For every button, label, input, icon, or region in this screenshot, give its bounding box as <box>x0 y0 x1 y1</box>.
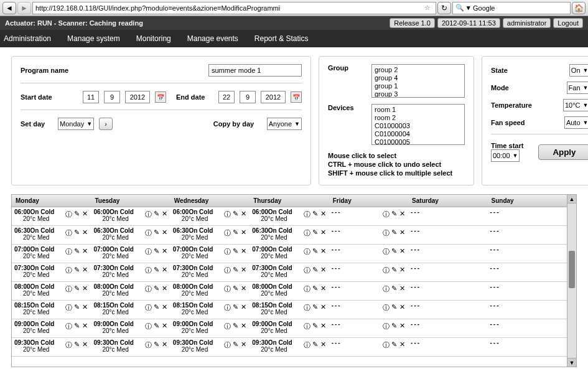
delete-icon[interactable]: ✕ <box>161 322 168 331</box>
edit-icon[interactable]: ✎ <box>232 266 239 275</box>
calendar-icon[interactable]: 📅 <box>155 91 166 103</box>
edit-icon[interactable]: ✎ <box>153 322 160 331</box>
delete-icon[interactable]: ✕ <box>161 266 168 275</box>
delete-icon[interactable]: ✕ <box>320 266 327 275</box>
set-day-select[interactable]: Monday▼ <box>58 118 94 130</box>
list-item[interactable]: group 4 <box>373 74 463 82</box>
edit-icon[interactable]: ✎ <box>391 228 398 238</box>
delete-icon[interactable]: ✕ <box>320 322 327 331</box>
schedule-scrollbar[interactable]: ▲ ▼ <box>567 195 576 367</box>
list-item[interactable]: room 1 <box>373 106 463 114</box>
state-select[interactable]: On▼ <box>569 64 588 77</box>
list-item[interactable]: group 1 <box>373 82 463 90</box>
info-icon[interactable]: ⓘ <box>145 322 152 331</box>
delete-icon[interactable]: ✕ <box>240 284 247 294</box>
edit-icon[interactable]: ✎ <box>232 210 239 219</box>
info-icon[interactable]: ⓘ <box>304 340 310 350</box>
fan-speed-select[interactable]: Auto▼ <box>564 116 588 129</box>
info-icon[interactable]: ⓘ <box>224 247 231 256</box>
delete-icon[interactable]: ✕ <box>161 340 168 350</box>
delete-icon[interactable]: ✕ <box>399 228 406 238</box>
home-button[interactable]: 🏠 <box>572 2 586 14</box>
edit-icon[interactable]: ✎ <box>312 266 319 275</box>
info-icon[interactable]: ⓘ <box>145 303 152 312</box>
info-icon[interactable]: ⓘ <box>65 210 72 219</box>
delete-icon[interactable]: ✕ <box>82 322 88 331</box>
menu-item[interactable]: Administration <box>4 34 51 43</box>
edit-icon[interactable]: ✎ <box>391 247 398 256</box>
edit-icon[interactable]: ✎ <box>391 284 398 294</box>
info-icon[interactable]: ⓘ <box>304 210 310 219</box>
edit-icon[interactable]: ✎ <box>312 322 319 331</box>
edit-icon[interactable]: ✎ <box>153 303 160 312</box>
delete-icon[interactable]: ✕ <box>82 228 88 238</box>
info-icon[interactable]: ⓘ <box>383 266 390 275</box>
edit-icon[interactable]: ✎ <box>232 303 239 312</box>
scroll-down-icon[interactable]: ▼ <box>567 358 576 367</box>
edit-icon[interactable]: ✎ <box>391 210 398 219</box>
info-icon[interactable]: ⓘ <box>383 228 390 238</box>
info-icon[interactable]: ⓘ <box>65 322 72 331</box>
set-day-go-button[interactable]: › <box>99 118 113 130</box>
info-icon[interactable]: ⓘ <box>224 210 231 219</box>
info-icon[interactable]: ⓘ <box>224 322 231 331</box>
start-day-input[interactable] <box>83 91 99 103</box>
edit-icon[interactable]: ✎ <box>153 340 160 350</box>
reload-button[interactable]: ↻ <box>437 2 451 14</box>
edit-icon[interactable]: ✎ <box>73 266 80 275</box>
info-icon[interactable]: ⓘ <box>145 340 152 350</box>
edit-icon[interactable]: ✎ <box>153 284 160 294</box>
delete-icon[interactable]: ✕ <box>320 247 327 256</box>
info-icon[interactable]: ⓘ <box>224 266 231 275</box>
nav-forward-button[interactable]: ► <box>17 2 31 14</box>
info-icon[interactable]: ⓘ <box>304 266 310 275</box>
edit-icon[interactable]: ✎ <box>153 228 160 238</box>
list-item[interactable]: room 2 <box>373 114 463 122</box>
list-item[interactable]: C01000004 <box>373 130 463 138</box>
edit-icon[interactable]: ✎ <box>232 228 239 238</box>
info-icon[interactable]: ⓘ <box>304 284 310 294</box>
url-bar[interactable]: ☆ <box>32 2 436 14</box>
edit-icon[interactable]: ✎ <box>153 210 160 219</box>
delete-icon[interactable]: ✕ <box>399 322 406 331</box>
info-icon[interactable]: ⓘ <box>224 228 231 238</box>
delete-icon[interactable]: ✕ <box>399 303 406 312</box>
devices-listbox[interactable]: room 1room 2C01000003C01000004C01000005 <box>371 104 465 145</box>
delete-icon[interactable]: ✕ <box>399 284 406 294</box>
info-icon[interactable]: ⓘ <box>304 303 310 312</box>
menu-item[interactable]: Monitoring <box>136 34 171 43</box>
menu-item[interactable]: Manage events <box>187 34 238 43</box>
end-day-input[interactable] <box>218 91 235 103</box>
search-engine-box[interactable]: 🔍 ▾ Google <box>452 2 571 14</box>
info-icon[interactable]: ⓘ <box>383 322 390 331</box>
info-icon[interactable]: ⓘ <box>224 284 231 294</box>
calendar-icon[interactable]: 📅 <box>291 91 302 103</box>
edit-icon[interactable]: ✎ <box>73 228 80 238</box>
delete-icon[interactable]: ✕ <box>399 210 406 219</box>
edit-icon[interactable]: ✎ <box>153 247 160 256</box>
info-icon[interactable]: ⓘ <box>65 303 72 312</box>
edit-icon[interactable]: ✎ <box>391 340 398 350</box>
url-input[interactable] <box>35 4 422 12</box>
delete-icon[interactable]: ✕ <box>161 284 168 294</box>
edit-icon[interactable]: ✎ <box>232 340 239 350</box>
delete-icon[interactable]: ✕ <box>399 247 406 256</box>
menu-item[interactable]: Report & Statics <box>254 34 309 43</box>
menu-item[interactable]: Manage system <box>67 34 120 43</box>
edit-icon[interactable]: ✎ <box>73 322 80 331</box>
delete-icon[interactable]: ✕ <box>240 210 247 219</box>
edit-icon[interactable]: ✎ <box>232 284 239 294</box>
list-item[interactable]: group 3 <box>373 90 463 98</box>
info-icon[interactable]: ⓘ <box>65 247 72 256</box>
delete-icon[interactable]: ✕ <box>82 266 88 275</box>
edit-icon[interactable]: ✎ <box>232 322 239 331</box>
edit-icon[interactable]: ✎ <box>73 284 80 294</box>
info-icon[interactable]: ⓘ <box>224 303 231 312</box>
delete-icon[interactable]: ✕ <box>240 247 247 256</box>
delete-icon[interactable]: ✕ <box>399 340 406 350</box>
edit-icon[interactable]: ✎ <box>312 303 319 312</box>
delete-icon[interactable]: ✕ <box>82 303 88 312</box>
info-icon[interactable]: ⓘ <box>383 210 390 219</box>
nav-back-button[interactable]: ◄ <box>2 2 16 14</box>
edit-icon[interactable]: ✎ <box>391 303 398 312</box>
